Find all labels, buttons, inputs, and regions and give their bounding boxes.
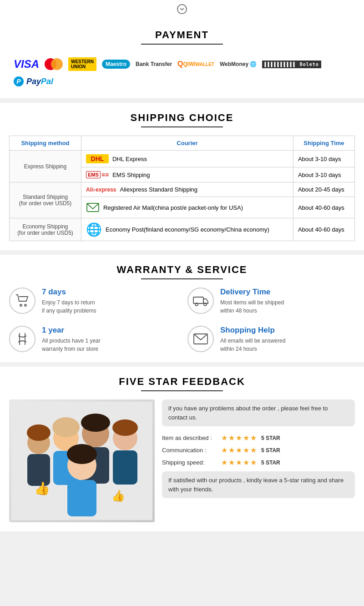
ems-time: About 3-10 days xyxy=(293,167,354,182)
svg-rect-18 xyxy=(113,450,137,485)
ems-logo: EMS xyxy=(86,171,101,178)
ems-name: EMS Shipping xyxy=(112,172,150,178)
delivery-title: Delivery Time xyxy=(220,288,284,297)
feedback-section: FIVE STAR FEEDBACK xyxy=(0,367,364,531)
chat-bubble-bottom: If satisfied with our products , kindly … xyxy=(162,471,355,498)
economy-name: Economy Post(finland economy/SG economy/… xyxy=(106,226,269,233)
shopping-help-desc: All emails will be answeredwithin 24 hou… xyxy=(220,337,285,353)
boleto-logo: ▌▌▌▌▌▌▌▌▌▌ Boleto xyxy=(262,61,321,68)
rating-label-described: Item as described : xyxy=(162,434,221,441)
1year-title: 1 year xyxy=(42,326,101,335)
ali-logo: Ali≡express xyxy=(86,187,116,193)
ratings-container: Item as described : ★★★★★ 5 STAR Communi… xyxy=(162,434,355,467)
warranty-underline xyxy=(141,278,223,279)
svg-rect-4 xyxy=(193,297,203,303)
warranty-item-delivery: Delivery Time Most items will be shipped… xyxy=(187,288,355,315)
shipping-title: SHIPPING CHOICE xyxy=(9,112,355,124)
stars-communication: ★★★★★ xyxy=(221,446,258,454)
shopping-help-title: Shopping Help xyxy=(220,326,285,335)
mastercard-logo xyxy=(45,58,63,70)
standard-shipping-cell: Standard Shipping(for order over USD5) xyxy=(10,182,81,218)
shipping-table: Shipping method Courier Shipping Time Ex… xyxy=(9,136,355,241)
feedback-content: 👍 👍 if you have any problems about the o… xyxy=(9,399,355,522)
chat-bubble-top: if you have any problems about the order… xyxy=(162,399,355,426)
payment-logos: VISA WESTERNUNION Maestro Bank Transfer … xyxy=(9,53,355,74)
rating-row-described: Item as described : ★★★★★ 5 STAR xyxy=(162,434,355,442)
rating-row-communication: Communication : ★★★★★ 5 STAR xyxy=(162,446,355,454)
stars-described: ★★★★★ xyxy=(221,434,258,442)
table-row: Economy Shipping(for order under USD5) 🌐… xyxy=(10,218,355,241)
truck-icon-circle xyxy=(187,288,214,314)
shipping-section: SHIPPING CHOICE Shipping method Courier … xyxy=(0,103,364,250)
warranty-item-shopping-help: Shopping Help All emails will be answere… xyxy=(187,326,355,353)
cart-icon-circle xyxy=(9,288,35,314)
feedback-people-image: 👍 👍 xyxy=(9,399,155,522)
visa-logo: VISA xyxy=(14,58,39,71)
svg-rect-20 xyxy=(67,480,96,516)
express-shipping-cell: Express Shipping xyxy=(10,151,81,182)
shipping-underline xyxy=(141,126,223,127)
chevron-icon xyxy=(0,0,364,20)
economy-shipping-cell: Economy Shipping(for order under USD5) xyxy=(10,218,81,241)
ali-time: About 20-45 days xyxy=(293,182,354,197)
7days-desc: Enjoy 7 days to returnif any quality pro… xyxy=(42,298,96,315)
feedback-title: FIVE STAR FEEDBACK xyxy=(9,376,355,388)
count-communication: 5 STAR xyxy=(261,447,280,454)
webmoney-logo: WebMoney 🌐 xyxy=(220,61,257,67)
svg-text:👍: 👍 xyxy=(111,489,125,502)
rating-label-communication: Communication : xyxy=(162,447,221,454)
svg-point-2 xyxy=(20,304,22,306)
dhl-time: About 3-10 days xyxy=(293,151,354,167)
shipping-time-header: Shipping Time xyxy=(293,136,354,151)
courier-header: Courier xyxy=(81,136,293,151)
warranty-item-7days: 7 days Enjoy 7 days to returnif any qual… xyxy=(9,288,177,315)
1year-desc: All products have 1 yearwarranty from ou… xyxy=(42,337,101,353)
feedback-right: if you have any problems about the order… xyxy=(162,399,355,522)
payment-title: PAYMENT xyxy=(9,29,355,41)
paypal-text: PayPal xyxy=(26,77,53,86)
ali-courier-cell: Ali≡express Aliexpress Standard Shipping xyxy=(81,182,293,197)
svg-point-0 xyxy=(177,5,187,14)
airmail-name: Registered Air Mail(china post/e packet-… xyxy=(103,204,243,211)
7days-title: 7 days xyxy=(42,288,96,297)
qiwi-logo: Q QIWIWALLET xyxy=(177,60,214,68)
svg-point-3 xyxy=(25,304,26,306)
svg-point-25 xyxy=(81,414,110,432)
svg-point-23 xyxy=(27,424,51,441)
stars-shipping: ★★★★★ xyxy=(221,458,258,467)
dhl-logo: DHL xyxy=(86,154,109,163)
delivery-desc: Most items will be shippedwithin 48 hour… xyxy=(220,298,284,315)
email-icon-circle xyxy=(187,326,214,352)
warranty-title: WARRANTY & SERVICE xyxy=(9,264,355,276)
payment-underline xyxy=(141,44,223,45)
shipping-method-header: Shipping method xyxy=(10,136,81,151)
economy-icon: 🌐 xyxy=(86,222,102,237)
count-shipping: 5 STAR xyxy=(261,460,280,466)
svg-point-27 xyxy=(67,444,97,464)
airmail-time: About 40-60 days xyxy=(293,197,354,218)
warranty-section: WARRANTY & SERVICE 7 days Enjoy 7 days t… xyxy=(0,255,364,362)
svg-point-24 xyxy=(52,417,80,437)
airmail-icon xyxy=(86,201,100,214)
warranty-item-1year: 1 year All products have 1 yearwarranty … xyxy=(9,326,177,353)
ems-courier-cell: EMS ≡≡ EMS Shipping xyxy=(81,167,293,182)
maestro-logo: Maestro xyxy=(102,60,130,69)
count-described: 5 STAR xyxy=(261,435,280,441)
svg-text:👍: 👍 xyxy=(34,481,50,496)
economy-courier-cell: 🌐 Economy Post(finland economy/SG econom… xyxy=(81,218,293,241)
feedback-underline xyxy=(141,390,223,391)
payment-section: PAYMENT VISA WESTERNUNION Maestro Bank T… xyxy=(0,20,364,98)
table-row: Standard Shipping(for order over USD5) A… xyxy=(10,182,355,197)
airmail-courier-cell: Registered Air Mail(china post/e packet-… xyxy=(81,197,293,218)
svg-point-26 xyxy=(112,419,138,436)
western-union-logo: WESTERNUNION xyxy=(68,57,96,71)
dhl-courier-cell: DHL DHL Express xyxy=(81,151,293,167)
tools-icon-circle xyxy=(9,326,35,352)
rating-label-shipping: Shipping speed: xyxy=(162,459,221,466)
ali-name: Aliexpress Standard Shipping xyxy=(120,186,198,193)
bank-transfer-logo: Bank Transfer xyxy=(136,61,172,67)
rating-row-shipping: Shipping speed: ★★★★★ 5 STAR xyxy=(162,458,355,467)
paypal-logo: P PayPal xyxy=(9,74,355,89)
table-row: Express Shipping DHL DHL Express About 3… xyxy=(10,151,355,167)
dhl-name: DHL Express xyxy=(112,156,147,162)
